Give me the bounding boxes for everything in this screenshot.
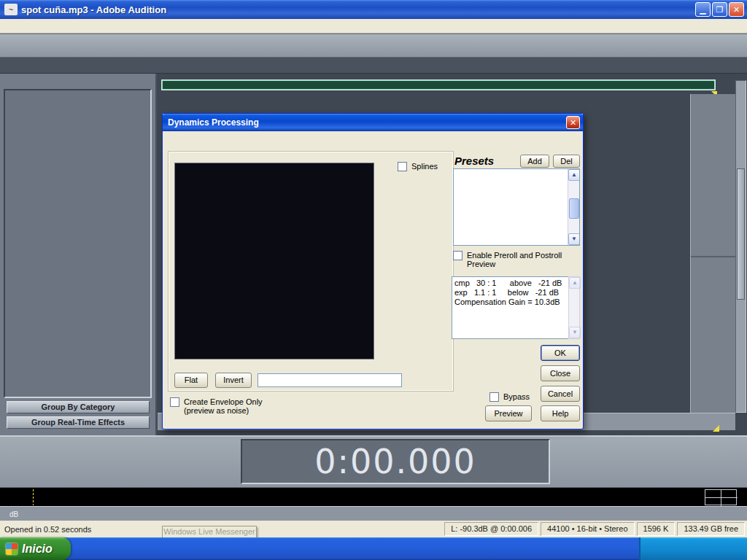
create-envelope-checkbox[interactable] (170, 397, 179, 407)
transport-bar: 0:00.000 (0, 435, 747, 487)
meter-peak-indicator (33, 489, 34, 505)
selection-view-panel (556, 438, 744, 486)
status-free-space: 133.49 GB free (677, 522, 745, 536)
view-tabs (0, 58, 747, 74)
dynamics-settings-text: cmp 30 : 1 above -21 dB exp 1.1 : 1 belo… (452, 276, 580, 339)
presets-title: Presets (454, 155, 494, 167)
status-bar: Opened in 0.52 seconds L: -90.3dB @ 0:00… (0, 521, 747, 537)
scroll-thumb[interactable] (569, 198, 579, 219)
splines-checkbox-row: Splines (398, 162, 438, 171)
dialog-title: Dynamics Processing (168, 117, 259, 128)
status-size: 1596 K (637, 522, 676, 536)
ok-button[interactable]: OK (541, 345, 580, 361)
invert-button[interactable]: Invert (215, 373, 252, 388)
meter-ruler: dB (0, 506, 747, 521)
time-display: 0:00.000 (241, 439, 550, 484)
dynamics-curve-graph[interactable] (174, 163, 374, 359)
splines-checkbox[interactable] (398, 162, 407, 171)
minimize-button[interactable]: ▁ (695, 2, 711, 17)
meter-grid (705, 489, 737, 505)
effects-tree (4, 89, 152, 398)
start-button[interactable]: Inicio (0, 537, 71, 560)
preroll-checkbox[interactable] (453, 251, 462, 260)
close-dialog-button[interactable]: Close (541, 365, 580, 381)
toolbar (0, 34, 747, 58)
presets-scrollbar[interactable]: ▲ ▼ (568, 169, 579, 245)
time-display-value: 0:00.000 (314, 442, 476, 481)
preroll-row: Enable Preroll and Postroll Preview (453, 251, 576, 268)
effects-panel: Group By Category Group Real-Time Effect… (0, 74, 157, 435)
cancel-button[interactable]: Cancel (541, 386, 580, 402)
taskbar: Inicio (0, 537, 747, 560)
maximize-button[interactable]: ❐ (712, 2, 727, 17)
close-button[interactable]: ✕ (729, 2, 744, 17)
flat-button[interactable]: Flat (174, 373, 208, 388)
preset-add-button[interactable]: Add (520, 155, 549, 168)
status-level: L: -90.3dB @ 0:00.006 (444, 522, 538, 536)
windows-logo-icon (6, 543, 18, 555)
create-envelope-row: Create Envelope Only (preview as noise) (170, 397, 263, 415)
bypass-checkbox[interactable] (489, 392, 499, 402)
scroll-up-icon[interactable]: ▲ (568, 169, 580, 181)
vertical-scrollbar[interactable] (735, 80, 746, 413)
bypass-row: Bypass (489, 392, 530, 402)
scroll-down-icon[interactable]: ▼ (568, 233, 580, 245)
menubar (0, 19, 747, 34)
dialog-close-icon[interactable]: ✕ (566, 116, 580, 129)
ruler-marker-icon (713, 425, 719, 432)
level-meter[interactable] (0, 487, 747, 506)
window-title: spot cuña.mp3 - Adobe Audition (21, 4, 166, 15)
settings-scrollbar[interactable]: ▲ ▼ (568, 276, 580, 339)
amplitude-scale (690, 94, 735, 413)
group-real-time-effects-button[interactable]: Group Real-Time Effects (7, 416, 150, 429)
preset-del-button[interactable]: Del (553, 155, 580, 168)
status-format: 44100 • 16-bit • Stereo (541, 522, 634, 536)
system-tray (639, 537, 747, 560)
help-button[interactable]: Help (541, 405, 580, 421)
app-icon: ~ (4, 4, 18, 15)
presets-list[interactable]: ▲ ▼ (453, 168, 580, 246)
dialog-titlebar[interactable]: Dynamics Processing (163, 114, 583, 131)
overview-bar[interactable] (162, 80, 715, 90)
meter-ruler-unit: dB (9, 510, 18, 518)
group-by-category-button[interactable]: Group By Category (7, 401, 150, 413)
curve-points-field[interactable] (258, 373, 402, 387)
window-titlebar: ~ spot cuña.mp3 - Adobe Audition ▁ ❐ ✕ (0, 0, 747, 19)
preview-button[interactable]: Preview (485, 405, 532, 421)
taskbar-tooltip: Windows Live Messenger (162, 526, 257, 538)
dynamics-processing-dialog: Dynamics Processing ✕ Splines Flat Inver… (162, 113, 584, 429)
